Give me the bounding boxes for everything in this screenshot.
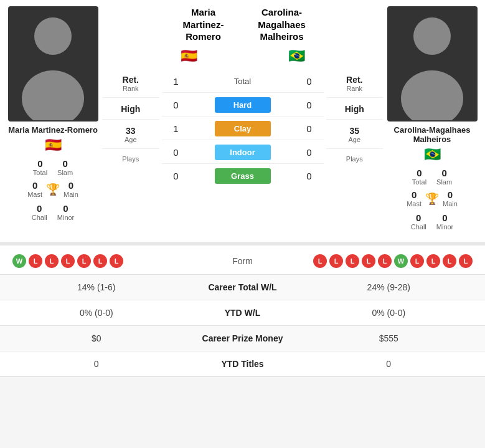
player1-high-cell: High <box>102 99 159 120</box>
player2-stats-row1: 0 Total 0 Slam <box>412 168 452 186</box>
indoor-p2: 0 <box>300 147 319 158</box>
hard-p2: 0 <box>300 100 319 110</box>
player2-high-val: High <box>345 104 364 114</box>
form-badge: L <box>61 254 75 268</box>
player2-rank-val: Ret. <box>346 75 362 85</box>
center-panel: MariaMartinez-Romero Carolina-MagalhaesM… <box>162 6 324 231</box>
grass-button: Grass <box>215 168 271 184</box>
form-badge: L <box>313 254 327 268</box>
player2-age-label: Age <box>348 136 360 143</box>
indoor-button: Indoor <box>215 145 271 160</box>
player1-age-cell: 33 Age <box>102 121 159 149</box>
form-badge: L <box>459 254 473 268</box>
player1-mast-val: 0 <box>32 180 37 191</box>
form-badge: W <box>394 254 408 268</box>
player1-main-label: Main <box>64 191 78 198</box>
career-wl-p1: 14% (1-6) <box>12 282 181 292</box>
grass-p1: 0 <box>167 171 186 181</box>
player1-age-label: Age <box>125 136 137 143</box>
indoor-p1: 0 <box>167 147 186 158</box>
total-p2: 0 <box>300 76 319 87</box>
player2-age-val: 35 <box>349 126 359 136</box>
player2-rank-sublabel: Rank <box>346 85 362 92</box>
hard-row: 0 Hard 0 <box>162 94 324 117</box>
player2-slam-stat: 0 Slam <box>436 168 452 186</box>
player2-rank-cell: Ret. Rank <box>326 70 384 98</box>
player1-main-val: 0 <box>68 180 73 191</box>
clay-p1: 1 <box>167 123 186 134</box>
player1-plays-cell: Plays <box>102 150 159 168</box>
svg-point-3 <box>401 70 463 120</box>
player2-flag: 🇧🇷 <box>424 146 441 163</box>
player1-total-label: Total <box>33 169 47 176</box>
player1-trophy-row: 0 Mast 🏆 0 Main <box>27 180 78 198</box>
player2-mast-val: 0 <box>412 189 417 200</box>
form-badge: L <box>378 254 392 268</box>
player1-stats-row1: 0 Total 0 Slam <box>33 158 73 176</box>
career-wl-row: 14% (1-6) Career Total W/L 24% (9-28) <box>0 275 485 300</box>
player1-avatar <box>8 6 98 122</box>
player1-chall-stat: 0 Chall <box>32 203 47 221</box>
center-flag2: 🇧🇷 <box>288 48 305 64</box>
form-badge: L <box>426 254 440 268</box>
player2-plays-cell: Plays <box>326 150 384 168</box>
player1-rank-sublabel: Rank <box>123 85 139 92</box>
prize-p1: $0 <box>12 333 181 343</box>
player2-main-stat: 0 Main <box>443 189 458 207</box>
player2-minor-stat: 0 Minor <box>436 212 454 231</box>
player2-minor-val: 0 <box>442 212 447 223</box>
titles-label: YTD Titles <box>181 359 305 369</box>
clay-row: 1 Clay 0 <box>162 118 324 140</box>
career-wl-p2: 24% (9-28) <box>305 282 473 292</box>
player2-chall-val: 0 <box>416 212 421 223</box>
svg-point-2 <box>413 17 451 55</box>
player2-trophy-icon: 🏆 <box>425 192 439 206</box>
player1-trophy-icon: 🏆 <box>46 183 60 196</box>
player2-trophy-row: 0 Mast 🏆 0 Main <box>407 189 458 207</box>
titles-p1: 0 <box>12 359 181 369</box>
form-badge: L <box>29 254 42 268</box>
player1-slam-stat: 0 Slam <box>57 158 73 176</box>
ytd-wl-row: 0% (0-0) YTD W/L 0% (0-0) <box>0 300 485 326</box>
player2-mast-label: Mast <box>407 200 421 207</box>
player1-total-val: 0 <box>37 158 42 169</box>
player1-name: Maria Martinez-Romero <box>8 125 98 135</box>
total-p1: 1 <box>167 76 186 87</box>
player2-slam-label: Slam <box>436 178 452 186</box>
player1-minor-label: Minor <box>57 214 75 221</box>
player2-age-cell: 35 Age <box>326 121 384 149</box>
player1-form: WLLLLLL <box>12 254 199 268</box>
form-row: WLLLLLL Form LLLLLWLLLL <box>0 248 485 275</box>
player1-mast-label: Mast <box>27 191 42 198</box>
player2-stats-row3: 0 Chall 0 Minor <box>411 212 454 231</box>
player1-chall-val: 0 <box>37 203 42 214</box>
player1-main-stat: 0 Main <box>64 180 78 198</box>
form-badge: L <box>346 254 359 268</box>
player2-mast-stat: 0 Mast <box>407 189 421 207</box>
clay-button: Clay <box>215 121 271 136</box>
player1-plays-label: Plays <box>122 155 139 163</box>
hard-p1: 0 <box>167 100 186 110</box>
svg-point-0 <box>34 17 72 55</box>
titles-p2: 0 <box>305 359 473 369</box>
player2-main-val: 0 <box>448 189 453 200</box>
player2-high-cell: High <box>326 99 384 120</box>
bottom-section: WLLLLLL Form LLLLLWLLLL 14% (1-6) Career… <box>0 248 485 377</box>
titles-row: 0 YTD Titles 0 <box>0 351 485 377</box>
form-badge: L <box>45 254 59 268</box>
hard-button: Hard <box>215 97 271 113</box>
player1-total-stat: 0 Total <box>33 158 47 176</box>
player1-rank-panel: Ret. Rank High 33 Age Plays <box>102 6 159 231</box>
player2-minor-label: Minor <box>436 223 454 231</box>
player2-name: Carolina-Magalhaes Malheiros <box>385 125 479 144</box>
player2-total-label: Total <box>412 178 426 186</box>
form-badge: L <box>362 254 375 268</box>
player2-chall-label: Chall <box>411 223 426 231</box>
main-container: Maria Martinez-Romero 🇪🇸 0 Total 0 Slam … <box>0 0 485 377</box>
player1-minor-stat: 0 Minor <box>57 203 75 221</box>
form-badge: L <box>77 254 91 268</box>
player2-form: LLLLLWLLLL <box>286 254 473 268</box>
clay-p2: 0 <box>300 123 319 134</box>
center-player2-name: Carolina-MagalhaesMalheiros <box>243 6 321 43</box>
career-wl-label: Career Total W/L <box>181 282 305 292</box>
